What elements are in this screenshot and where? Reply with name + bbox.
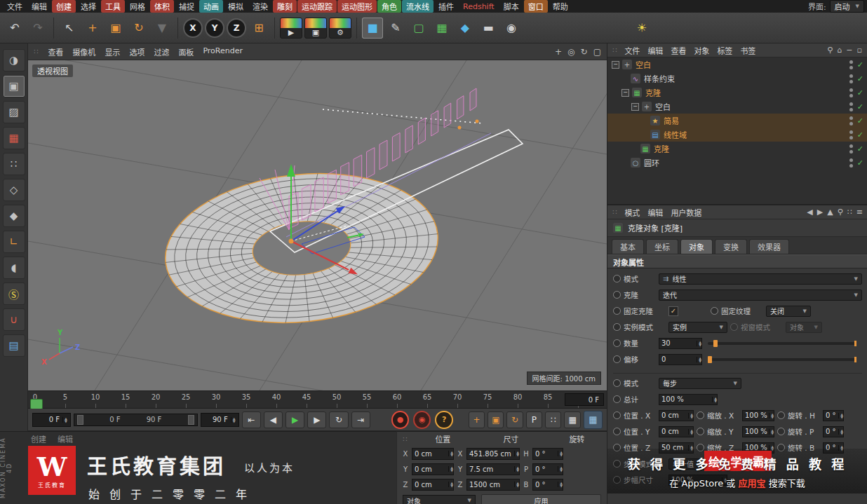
apply-button[interactable]: 应用: [481, 494, 601, 504]
param-slider[interactable]: [708, 342, 856, 345]
object-row[interactable]: −+空白✓: [607, 57, 867, 71]
redo-icon[interactable]: ↷: [27, 18, 48, 39]
om-menu-4[interactable]: 标签: [717, 45, 732, 56]
viewport-canvas[interactable]: Y Z X: [28, 60, 607, 390]
key-options-button[interactable]: ▦: [564, 411, 580, 428]
add-cube-button[interactable]: ■: [362, 18, 383, 39]
menubar-item-8[interactable]: 动画: [199, 0, 223, 13]
mograph-cloner-button[interactable]: ▦: [431, 18, 452, 39]
dots-icon[interactable]: ∷: [847, 207, 852, 217]
menubar-item-4[interactable]: 工具: [101, 0, 125, 13]
viewport-menu-1[interactable]: 摄像机: [72, 46, 95, 57]
panel-icon[interactable]: ▫: [857, 46, 862, 55]
render-settings-button[interactable]: ⚙: [329, 18, 351, 39]
spinner-icon[interactable]: ▲▼: [514, 451, 519, 456]
axis-mode-icon[interactable]: ∟: [3, 231, 25, 253]
menubar-item-15[interactable]: 流水线: [402, 0, 434, 13]
enabled-check-icon[interactable]: ✓: [857, 158, 863, 168]
floor-button[interactable]: ▬: [478, 18, 499, 39]
pan-view-icon[interactable]: +: [555, 47, 562, 57]
object-row[interactable]: ★简易✓: [607, 114, 867, 128]
coords-mode-select[interactable]: 对象▼: [403, 495, 476, 504]
visibility-dots[interactable]: [849, 158, 853, 168]
enabled-check-icon[interactable]: ✓: [857, 116, 863, 125]
grip-icon[interactable]: ∷: [403, 435, 407, 443]
timeline-grid-button[interactable]: ▦: [584, 411, 603, 429]
enabled-check-icon[interactable]: ✓: [857, 130, 863, 139]
slider-thumb[interactable]: [713, 340, 718, 347]
range-end-handle[interactable]: [188, 415, 194, 425]
viewport-menu-3[interactable]: 选项: [129, 46, 144, 57]
menubar-item-0[interactable]: 文件: [3, 0, 27, 13]
param-dropdown[interactable]: 迭代▼: [659, 290, 862, 301]
param-dropdown[interactable]: 每步▼: [659, 378, 741, 389]
panel-menu-icon[interactable]: ≡: [856, 207, 863, 217]
enabled-check-icon[interactable]: ✓: [857, 88, 863, 97]
goto-end-button[interactable]: ⇥: [351, 411, 370, 428]
om-menu-0[interactable]: 文件: [624, 45, 640, 56]
spinner-icon[interactable]: ▲▼: [448, 482, 453, 487]
spinner-icon[interactable]: ▲▼: [838, 429, 843, 435]
rotation-h-field[interactable]: 0 °▲▼: [532, 448, 563, 460]
end-frame-field[interactable]: 90 F▲▼: [201, 413, 239, 427]
expand-toggle-icon[interactable]: −: [621, 89, 629, 97]
object-row[interactable]: ∿样条约束✓: [607, 71, 867, 86]
position-z-field[interactable]: 0 cm▲▼: [412, 479, 454, 491]
object-row[interactable]: ▤线性域✓: [607, 128, 867, 142]
points-mode-icon[interactable]: ∷: [3, 153, 25, 175]
menubar-item-10[interactable]: 渲染: [248, 0, 272, 13]
am-menu-2[interactable]: 用户数据: [671, 207, 701, 218]
timeline-playhead[interactable]: [30, 399, 43, 409]
spinner-icon[interactable]: ▲▼: [769, 429, 774, 435]
expand-toggle-icon[interactable]: −: [631, 103, 639, 111]
object-row[interactable]: −+空白✓: [607, 100, 867, 114]
snap-s-icon[interactable]: Ⓢ: [3, 282, 25, 305]
spinner-icon[interactable]: ▲▼: [688, 429, 693, 435]
viewport-solo-icon[interactable]: ◖: [3, 257, 25, 279]
anim-dot-icon[interactable]: [730, 323, 738, 331]
spinner-icon[interactable]: ▲▼: [558, 482, 563, 487]
param-field[interactable]: 30▲▼: [659, 338, 702, 349]
viewport-menu-2[interactable]: 显示: [105, 46, 120, 57]
pen-spline-button[interactable]: ✎: [385, 18, 406, 39]
edges-mode-icon[interactable]: ◇: [3, 179, 25, 201]
key-position-button[interactable]: +: [469, 411, 485, 428]
live-selection-icon[interactable]: ↖: [59, 18, 80, 39]
menubar-item-16[interactable]: 插件: [434, 0, 458, 13]
am-menu-1[interactable]: 编辑: [647, 207, 663, 218]
menubar-item-11[interactable]: 雕刻: [273, 0, 297, 13]
menubar-item-18[interactable]: 脚本: [499, 0, 523, 13]
visibility-dots[interactable]: [849, 144, 853, 154]
spinner-icon[interactable]: ▲▼: [448, 466, 453, 472]
menubar-item-13[interactable]: 运动图形: [337, 0, 377, 13]
y-axis-lock-button[interactable]: Y: [205, 18, 224, 38]
spinner-icon[interactable]: ▲▼: [231, 417, 236, 423]
size-y-field[interactable]: 7.5 cm▲▼: [466, 463, 520, 475]
make-editable-icon[interactable]: ◑: [3, 49, 25, 71]
menubar-item-9[interactable]: 模拟: [224, 0, 248, 13]
scale-tool-icon[interactable]: ▣: [105, 18, 126, 39]
current-frame-field[interactable]: 0 F▲▼: [32, 413, 71, 427]
tab-effectors[interactable]: 效果器: [749, 239, 789, 254]
size-z-field[interactable]: 1500 cm▲▼: [466, 479, 520, 491]
viewport-menu-0[interactable]: 查看: [48, 46, 63, 57]
param-slider[interactable]: [708, 358, 856, 361]
visibility-dots[interactable]: [849, 116, 853, 125]
spinner-icon[interactable]: ▲▼: [558, 451, 563, 456]
prev-frame-button[interactable]: ◀: [264, 411, 283, 428]
enabled-check-icon[interactable]: ✓: [857, 144, 863, 154]
maximize-view-icon[interactable]: ▢: [593, 47, 601, 57]
visibility-dots[interactable]: [849, 102, 853, 111]
param-checkbox[interactable]: ✓: [668, 306, 678, 316]
x-axis-lock-button[interactable]: X: [183, 18, 203, 38]
spinner-icon[interactable]: ▲▼: [558, 466, 563, 472]
slider-thumb[interactable]: [708, 356, 712, 363]
rotate-tool-icon[interactable]: ↻: [128, 18, 149, 39]
menubar-item-2[interactable]: 创建: [52, 0, 76, 13]
position-y-field[interactable]: 0 cm▲▼: [412, 463, 454, 475]
enabled-check-icon[interactable]: ✓: [857, 102, 863, 111]
range-start-handle[interactable]: [77, 415, 83, 425]
rotation-p-field[interactable]: 0 °▲▼: [532, 463, 563, 475]
menubar-item-5[interactable]: 网格: [126, 0, 149, 13]
material-menu-1[interactable]: 编辑: [58, 433, 73, 444]
